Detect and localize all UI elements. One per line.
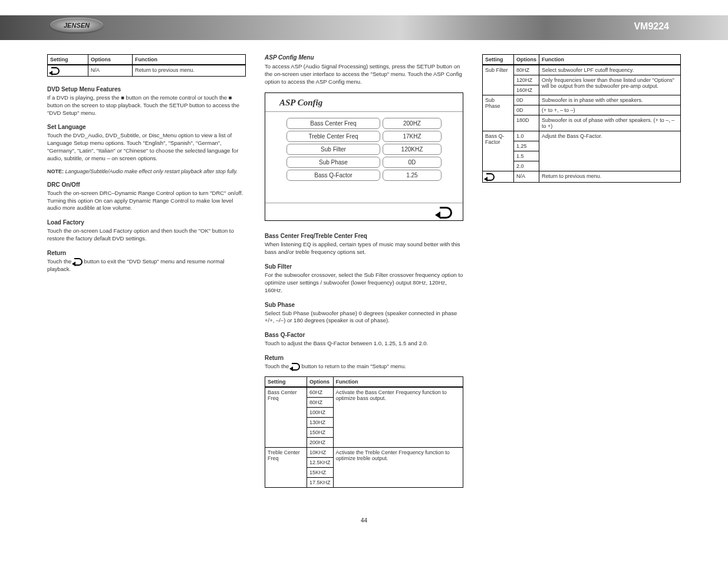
cell-option: 120HZ bbox=[513, 75, 539, 85]
asp-setting-value[interactable]: 120KHZ bbox=[383, 144, 442, 155]
bass-treble-desc: When listening EQ is applied, certain ty… bbox=[265, 241, 463, 256]
cell-function: Subwoofer is out of phase with other spe… bbox=[539, 115, 680, 131]
cell-option: 80HZ bbox=[307, 397, 334, 407]
col3-options-table: Setting Options Function Sub Filter 80HZ… bbox=[482, 54, 681, 183]
asp-setting-label[interactable]: Sub Phase bbox=[286, 157, 380, 168]
return-heading-1: Return bbox=[47, 250, 246, 256]
asp-setting-value[interactable]: 200HZ bbox=[383, 118, 442, 129]
cell-option: 180D bbox=[513, 115, 539, 131]
set-language-heading: Set Language bbox=[47, 124, 246, 130]
return-text-a: Touch the bbox=[265, 363, 289, 369]
th-function: Function bbox=[539, 55, 680, 65]
return-desc-1: Touch the button to exit the "DVD Setup"… bbox=[47, 258, 246, 273]
th-options: Options bbox=[513, 55, 539, 65]
return-icon bbox=[50, 67, 60, 74]
col2-options-table: Setting Options Function Bass Center Fre… bbox=[265, 376, 463, 488]
asp-setting-label[interactable]: Sub Filter bbox=[286, 144, 380, 155]
cell-function: Only frequencies lower than those listed… bbox=[539, 75, 680, 95]
asp-setting-label[interactable]: Bass Center Freq bbox=[286, 118, 380, 129]
cell-function: Select subwoofer LPF cutoff frequency. bbox=[539, 65, 680, 75]
th-setting: Setting bbox=[265, 376, 307, 387]
cell-option: 12.5KHZ bbox=[307, 457, 334, 467]
cell-function: Adjust the Bass Q-Factor. bbox=[539, 131, 680, 171]
asp-row: Bass Center Freq 200HZ bbox=[286, 118, 442, 129]
asp-setting-value[interactable]: 0D bbox=[383, 157, 442, 168]
cell-options: N/A bbox=[88, 65, 132, 77]
th-setting: Setting bbox=[483, 55, 514, 65]
asp-config-intro: To access ASP (Audio Signal Processing) … bbox=[265, 63, 463, 85]
cell-function: (+ to +, – to –) bbox=[539, 105, 680, 115]
asp-config-menu-heading: ASP Config Menu bbox=[265, 54, 463, 61]
th-options: Options bbox=[88, 55, 132, 65]
drc-desc: Touch the on-screen DRC–Dynamic Range Co… bbox=[47, 190, 246, 212]
page-body: Setting Options Function N/A Return to p… bbox=[0, 40, 728, 517]
bass-q-desc: Touch to adjust the Bass Q-Factor betwee… bbox=[265, 340, 463, 348]
bass-treble-heading: Bass Center Freq/Treble Center Freq bbox=[265, 233, 463, 239]
asp-panel-footer bbox=[265, 203, 463, 220]
note-text: Language/Subtitle/Audio make effect only… bbox=[65, 168, 238, 174]
header-band: JENSEN VM9224 bbox=[0, 15, 728, 40]
return-heading-2: Return bbox=[265, 355, 463, 361]
th-function: Function bbox=[333, 376, 463, 387]
th-setting: Setting bbox=[48, 55, 88, 65]
return-icon bbox=[485, 173, 495, 180]
cell-return-icon bbox=[483, 171, 514, 183]
brand-logo: JENSEN bbox=[50, 18, 103, 32]
drc-heading: DRC On/Off bbox=[47, 181, 246, 188]
asp-row: Sub Phase 0D bbox=[286, 157, 442, 168]
cell-option: 130HZ bbox=[307, 417, 334, 427]
asp-setting-value[interactable]: 1.25 bbox=[383, 170, 442, 181]
cell-option: 15KHZ bbox=[307, 467, 334, 477]
sub-phase-desc: Select Sub Phase (subwoofer phase) 0 deg… bbox=[265, 310, 463, 325]
cell-function: Return to previous menu. bbox=[132, 65, 245, 77]
cell-function: Activate the Treble Center Frequency fun… bbox=[333, 447, 463, 487]
cell-option: 1.0 bbox=[513, 131, 539, 141]
sub-filter-desc: For the subwoofer crossover, select the … bbox=[265, 272, 463, 294]
return-desc-2: Touch the button to return to the main "… bbox=[265, 363, 463, 371]
bass-q-heading: Bass Q-Factor bbox=[265, 332, 463, 338]
note-label: NOTE: bbox=[47, 168, 64, 174]
cell-return-icon bbox=[48, 65, 88, 77]
page-number: 44 bbox=[0, 517, 728, 524]
return-icon bbox=[73, 258, 83, 265]
load-factory-desc: Touch the on-screen Load Factory option … bbox=[47, 227, 246, 243]
cell-option: 100HZ bbox=[307, 407, 334, 417]
sub-phase-heading: Sub Phase bbox=[265, 302, 463, 308]
asp-setting-label[interactable]: Bass Q-Factor bbox=[286, 170, 380, 181]
cell-option: 1.25 bbox=[513, 141, 539, 151]
cell-option: 17.5KHZ bbox=[307, 477, 334, 487]
sub-filter-heading: Sub Filter bbox=[265, 263, 463, 270]
th-options: Options bbox=[307, 376, 334, 387]
dvd-setup-heading: DVD Setup Menu Features bbox=[47, 86, 246, 92]
load-factory-heading: Load Factory bbox=[47, 219, 246, 226]
col1-return-table: Setting Options Function N/A Return to p… bbox=[47, 54, 246, 77]
cell-setting: Sub Phase bbox=[483, 95, 514, 131]
asp-row: Sub Filter 120KHZ bbox=[286, 144, 442, 155]
cell-option: 2.0 bbox=[513, 161, 539, 171]
cell-option: 1.5 bbox=[513, 151, 539, 161]
asp-row: Treble Center Freq 17KHZ bbox=[286, 131, 442, 142]
column-3: Setting Options Function Sub Filter 80HZ… bbox=[482, 52, 681, 494]
cell-option: 0D bbox=[513, 95, 539, 105]
column-2: ASP Config Menu To access ASP (Audio Sig… bbox=[265, 52, 463, 494]
cell-option: 80HZ bbox=[513, 65, 539, 75]
cell-function: Subwoofer is in phase with other speaker… bbox=[539, 95, 680, 105]
return-text-b: button to return to the main "Setup" men… bbox=[301, 363, 406, 369]
cell-setting: Treble Center Freq bbox=[265, 447, 307, 487]
cell-option: 0D bbox=[513, 105, 539, 115]
asp-setting-value[interactable]: 17KHZ bbox=[383, 131, 442, 142]
cell-option: 160HZ bbox=[513, 85, 539, 95]
language-note: NOTE: Language/Subtitle/Audio make effec… bbox=[47, 168, 246, 174]
asp-row: Bass Q-Factor 1.25 bbox=[286, 170, 442, 181]
dvd-setup-desc: If a DVD is playing, press the ■ button … bbox=[47, 94, 246, 117]
cell-setting: Bass Q-Factor bbox=[483, 131, 514, 171]
return-icon bbox=[291, 363, 300, 370]
asp-setting-label[interactable]: Treble Center Freq bbox=[286, 131, 380, 142]
asp-panel-title: ASP Config bbox=[265, 93, 463, 112]
cell-option: 10KHZ bbox=[307, 447, 334, 457]
cell-function: Activate the Bass Center Frequency funct… bbox=[333, 387, 463, 448]
cell-option: 200HZ bbox=[307, 437, 334, 447]
asp-panel-body: Bass Center Freq 200HZ Treble Center Fre… bbox=[265, 112, 463, 181]
column-1: Setting Options Function N/A Return to p… bbox=[47, 52, 246, 494]
return-icon[interactable] bbox=[437, 207, 452, 217]
